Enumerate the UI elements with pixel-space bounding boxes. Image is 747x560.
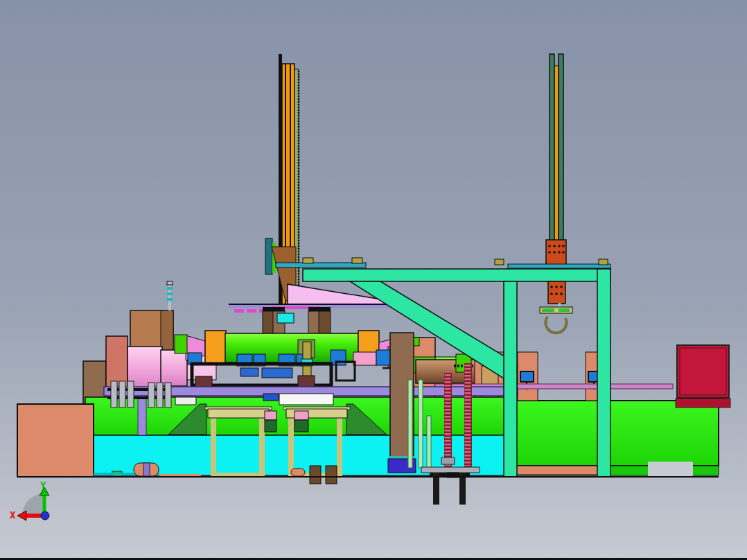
cad-model-side-view[interactable]: Y X (0, 0, 747, 560)
orientation-triad[interactable]: Y X (10, 480, 49, 520)
gantry-beam (303, 269, 610, 281)
red-control-box[interactable] (676, 345, 730, 408)
right-sensor-posts[interactable] (518, 352, 604, 401)
cad-viewport[interactable]: Y X (0, 0, 747, 560)
right-mast[interactable] (546, 54, 566, 281)
left-cabinet[interactable] (17, 404, 94, 477)
under-stand[interactable] (421, 467, 480, 505)
gripper-claw (545, 317, 566, 333)
photo-sensor (520, 371, 534, 382)
axis-x-label: X (10, 509, 16, 520)
right-platform[interactable] (514, 401, 719, 476)
axis-y-label: Y (40, 480, 46, 491)
cyan-block (277, 313, 294, 323)
gantry-post-left (504, 281, 517, 477)
left-mast[interactable] (265, 54, 299, 306)
platform-notch (648, 462, 693, 476)
z-axis-dot (41, 511, 49, 520)
gripper[interactable] (540, 281, 572, 333)
gantry-post-right (597, 269, 610, 477)
gearbox-left (205, 331, 226, 363)
tool-head-cluster[interactable] (263, 307, 331, 337)
